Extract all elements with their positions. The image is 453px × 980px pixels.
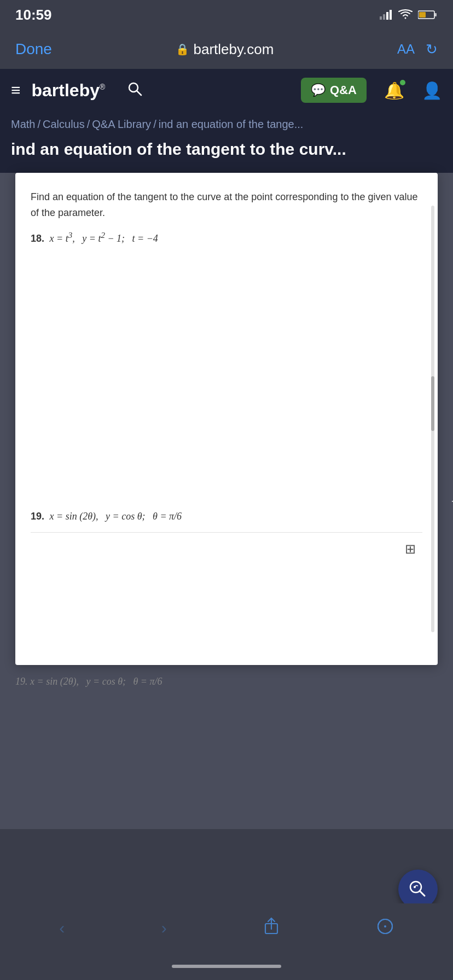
expand-icon[interactable]: ⊞	[405, 541, 416, 557]
wifi-icon	[398, 9, 413, 20]
card-footer: ⊞	[31, 532, 422, 565]
battery-icon	[418, 10, 438, 20]
back-button[interactable]: ‹	[59, 919, 65, 937]
bell-icon[interactable]: 🔔	[384, 81, 404, 100]
scrollbar-thumb	[431, 376, 434, 431]
next-button[interactable]: →	[449, 492, 453, 510]
compass-button[interactable]	[376, 918, 394, 939]
browser-controls: AA ↻	[397, 41, 438, 58]
signal-icon	[380, 10, 393, 20]
logo: bartleby®	[32, 80, 106, 101]
bg-content: 19. x = sin (2θ), y = cos θ; θ = π/6	[0, 665, 453, 698]
home-indicator	[0, 953, 453, 980]
navbar: ≡ bartleby® 💬 Q&A 🔔 👤	[0, 69, 453, 112]
bg-problem-19: 19. x = sin (2θ), y = cos θ; θ = π/6	[15, 676, 438, 687]
svg-line-10	[420, 891, 425, 896]
problem-18-equation: x = t3, y = t2 − 1; t = −4	[47, 233, 158, 244]
home-bar	[172, 965, 281, 968]
page-title: ind an equation of the tangent to the cu…	[11, 138, 442, 160]
svg-rect-0	[380, 16, 382, 20]
svg-rect-2	[386, 12, 388, 20]
done-button[interactable]: Done	[15, 40, 52, 58]
problem-19-num: 19.	[31, 511, 44, 522]
svg-point-14	[384, 925, 386, 928]
problem-18-num: 18.	[31, 233, 44, 244]
card-overlay: Find an equation of the tangent to the c…	[15, 173, 438, 665]
share-button[interactable]	[263, 917, 280, 940]
svg-rect-1	[383, 14, 385, 20]
notification-dot	[400, 80, 405, 85]
svg-rect-6	[419, 12, 426, 18]
svg-rect-5	[434, 13, 437, 16]
content-wrapper: ✕ → Find an equation of the tangent to t…	[0, 173, 453, 829]
qa-icon: 💬	[311, 83, 326, 97]
svg-rect-3	[390, 10, 392, 20]
browser-bar: Done 🔒 bartleby.com AA ↻	[0, 30, 453, 69]
problem-18: 18. x = t3, y = t2 − 1; t = −4	[31, 229, 422, 247]
breadcrumb-section: Math / Calculus / Q&A Library / ind an e…	[0, 112, 453, 134]
forward-button[interactable]: ›	[161, 919, 167, 937]
search-icon[interactable]	[127, 81, 142, 100]
status-icons	[380, 9, 438, 20]
breadcrumb-math[interactable]: Math	[11, 118, 35, 131]
breadcrumb-sep3: /	[153, 118, 156, 131]
user-icon[interactable]: 👤	[422, 81, 442, 100]
hamburger-menu[interactable]: ≡	[11, 81, 21, 100]
breadcrumb-qa-library[interactable]: Q&A Library	[92, 118, 151, 131]
aa-button[interactable]: AA	[397, 42, 415, 57]
breadcrumb-current: ind an equation of the tange...	[159, 118, 304, 131]
status-bar: 10:59	[0, 0, 453, 30]
breadcrumb: Math / Calculus / Q&A Library / ind an e…	[11, 118, 442, 131]
page-title-section: ind an equation of the tangent to the cu…	[0, 134, 453, 173]
qa-label: Q&A	[330, 83, 357, 97]
svg-point-11	[414, 886, 416, 888]
breadcrumb-sep2: /	[87, 118, 90, 131]
bottom-toolbar: ‹ ›	[0, 903, 453, 953]
problem-19-equation: x = sin (2θ), y = cos θ; θ = π/6	[47, 511, 182, 522]
close-button[interactable]: ✕	[0, 492, 2, 510]
problem-instruction: Find an equation of the tangent to the c…	[31, 189, 422, 221]
problem-19: 19. x = sin (2θ), y = cos θ; θ = π/6	[31, 509, 422, 524]
browser-url-area: 🔒 bartleby.com	[52, 41, 397, 58]
browser-url: bartleby.com	[194, 41, 274, 58]
logo-trademark: ®	[100, 83, 105, 91]
problem-19-area: 19. x = sin (2θ), y = cos θ; θ = π/6	[31, 509, 422, 524]
status-time: 10:59	[15, 7, 52, 24]
breadcrumb-sep1: /	[37, 118, 40, 131]
lock-icon: 🔒	[176, 43, 189, 56]
svg-line-8	[137, 91, 141, 95]
refresh-button[interactable]: ↻	[426, 41, 438, 58]
breadcrumb-calculus[interactable]: Calculus	[43, 118, 85, 131]
scrollbar-track[interactable]	[431, 206, 434, 632]
qa-button[interactable]: 💬 Q&A	[301, 78, 367, 103]
